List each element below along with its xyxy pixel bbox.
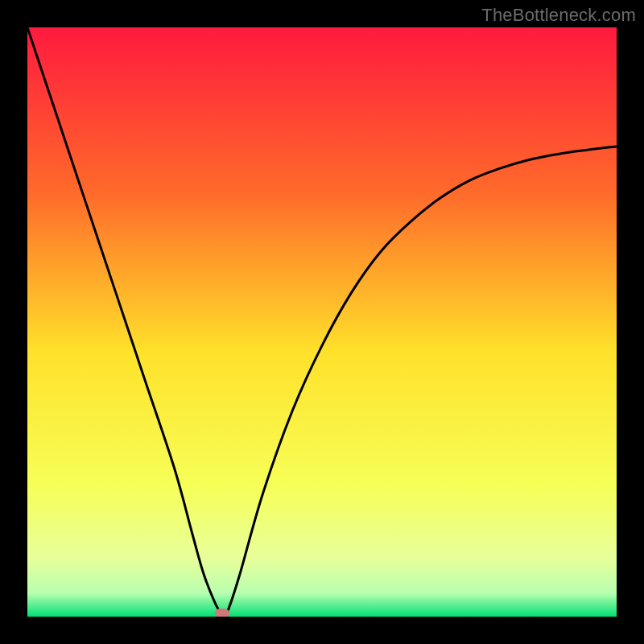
optimal-marker — [215, 609, 229, 617]
watermark-text: TheBottleneck.com — [481, 5, 636, 26]
bottleneck-curve — [27, 27, 617, 617]
plot-area — [27, 27, 617, 617]
chart-frame: TheBottleneck.com — [0, 0, 644, 644]
